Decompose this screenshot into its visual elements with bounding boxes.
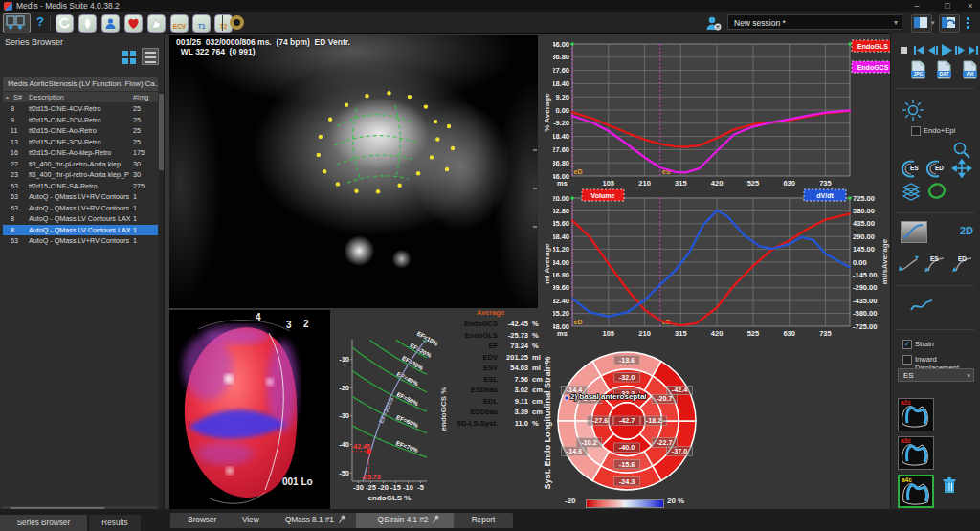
series-row[interactable]: 22fl3_400_thr-pl-retro-Aorta klep30 [3, 159, 158, 170]
series-row[interactable]: 13tf2d15-CINE-3CV-Retro25 [3, 137, 158, 148]
series-table-header[interactable]: ▴ S# Description #Img [3, 92, 158, 102]
tab-qstrain-4-1-2[interactable]: QStrain 4.1 #2 [356, 513, 462, 528]
pin-icon[interactable] [338, 515, 345, 523]
app-icon-1[interactable] [56, 14, 74, 33]
thumbnail-a2c[interactable]: a2c [898, 398, 934, 431]
step-back-icon[interactable] [926, 44, 939, 56]
export-avi-icon[interactable]: AVI [962, 60, 978, 79]
series-row[interactable]: 11tf2d15-CINE-Ao-Retro25 [3, 125, 158, 137]
list-view-icon[interactable] [142, 48, 159, 65]
study-tab[interactable]: Medis AorticStenosis (LV Function, Flow)… [3, 77, 158, 91]
svg-text:-20: -20 [378, 483, 389, 492]
app-badge-ecv[interactable]: ECV [170, 14, 189, 33]
measurement-label: EDDbas [448, 407, 498, 418]
svg-text:-10: -10 [403, 483, 413, 492]
ed-phase-icon[interactable]: ED [925, 160, 947, 178]
main-toolbar: ? ECVT1T2 New session * ▾ ▾ [0, 12, 980, 34]
mri-viewport[interactable]: 001/25 032/0000/806 ms. (74 bpm) ED Vent… [169, 35, 538, 308]
minimize-button[interactable]: – [909, 0, 924, 11]
skip-start-icon[interactable] [913, 44, 925, 56]
more-options-icon[interactable] [967, 17, 969, 29]
close-button[interactable]: × [963, 0, 978, 11]
strain-checkbox[interactable]: ✓ [902, 340, 912, 349]
series-cell: 1 [133, 226, 137, 234]
grid-view-icon[interactable] [122, 51, 136, 64]
export-jpg-icon[interactable]: JPG [910, 60, 926, 79]
model-3d-view[interactable]: 432 001 Lo [169, 310, 330, 509]
svg-text:-22.7: -22.7 [657, 438, 672, 447]
app-icon-2[interactable] [78, 14, 97, 33]
series-scrollbar[interactable] [159, 92, 164, 531]
panel-tab-results[interactable]: Results [89, 515, 141, 531]
spline-icon[interactable] [909, 297, 934, 314]
maximize-button[interactable]: □ [940, 0, 955, 11]
svg-text:-290.00: -290.00 [853, 283, 877, 292]
pin-icon[interactable] [432, 515, 439, 523]
series-row[interactable]: 23fl3_400_thr-pl-retro-Aorta klep_P30 [3, 169, 158, 181]
measurement-value: 9.11 [498, 396, 528, 408]
measurement-label: EF [448, 341, 498, 352]
tab-browser[interactable]: Browser [170, 513, 234, 528]
es-contour-edit-icon[interactable]: ES [923, 254, 947, 274]
layout-left-button[interactable] [911, 14, 932, 33]
app-badge-t1[interactable]: T1 [192, 14, 211, 33]
export-dat-icon[interactable]: DAT [936, 60, 952, 79]
series-row[interactable]: 63AutoQ - QMass LV+RV Contours1 [3, 191, 158, 203]
ed-contour-edit-icon[interactable]: ED [950, 254, 975, 274]
ring-app-icon[interactable] [230, 15, 244, 30]
sort-icon: ▴ [6, 93, 9, 100]
play-icon[interactable] [940, 43, 953, 57]
series-row[interactable]: 8AutoQ - QMass LV Contours LAX ...1 [3, 213, 158, 225]
svg-text:-30: -30 [353, 483, 364, 492]
curve-display-button[interactable] [901, 221, 927, 243]
image-info-line2: WL 322 764 (0 991) [176, 47, 256, 56]
series-row[interactable]: 16tf2d15-CINE-Ao-klep-Retro175 [3, 147, 158, 159]
phase-dropdown[interactable]: ES ▾ [898, 368, 974, 382]
two-d-button[interactable]: 2D [960, 225, 973, 236]
layout-reset-button[interactable] [939, 14, 960, 33]
contour-ellipse-icon[interactable] [926, 181, 947, 201]
step-forward-icon[interactable] [954, 44, 967, 56]
es-phase-icon[interactable]: ES [901, 160, 922, 178]
series-cell: AutoQ - QMass LV+RV Contours SAX [29, 236, 130, 245]
thumbnail-a3c[interactable]: a3c [898, 436, 934, 470]
pan-icon[interactable] [951, 159, 972, 178]
magnifier-icon[interactable] [952, 141, 971, 160]
series-row[interactable]: 8tf2d15-CINE-4CV-Retro25 [3, 103, 158, 115]
help-button[interactable]: ? [36, 14, 44, 29]
series-layout-button[interactable] [3, 13, 31, 33]
series-row[interactable]: 63tf2d15-CINE-SA-Retro275 [3, 181, 158, 192]
series-cell: 25 [133, 104, 141, 113]
chevron-down-icon[interactable]: ▾ [931, 19, 935, 27]
trash-icon[interactable] [942, 476, 957, 495]
svg-text:-20.7: -20.7 [657, 394, 672, 403]
volume-dvdt-chart: 105210315420525630735220.00202.80185.601… [553, 188, 890, 341]
series-row[interactable]: 63AutoQ - QMass LV+RV Contours SAX1 [3, 235, 158, 247]
tab-qmass-8-1-1[interactable]: QMass 8.1 #1 [267, 513, 363, 528]
panel-tab-series-browser[interactable]: Series Browser [0, 515, 87, 531]
brightness-icon[interactable] [902, 99, 924, 122]
thumbnail-a4c[interactable]: a4c [898, 475, 934, 508]
layers-icon[interactable] [901, 182, 922, 201]
series-cell: tf2d15-CINE-SA-Retro [29, 182, 130, 190]
series-cell: 275 [133, 182, 145, 190]
app-icon-5[interactable] [147, 14, 166, 33]
ed-edit-label: ED [958, 255, 967, 262]
app-icon-3[interactable] [101, 14, 120, 33]
edit-curve-icon[interactable] [898, 254, 921, 274]
user-session-icon[interactable] [705, 15, 722, 32]
svg-text:-435.00: -435.00 [853, 297, 877, 305]
bullseye-plot[interactable]: -13.6-14.4-14.6-24.3-37.0-42.4-32.0-14.9… [546, 340, 708, 502]
stop-icon[interactable] [901, 47, 907, 54]
measurement-row: EDV201.25ml [448, 352, 547, 364]
tab-report[interactable]: Report [454, 513, 512, 528]
endo-epi-checkbox[interactable] [911, 126, 921, 136]
inward-displacement-checkbox[interactable] [902, 355, 912, 365]
skip-end-icon[interactable] [967, 44, 979, 56]
session-select[interactable]: New session * ▾ [727, 14, 902, 30]
series-row[interactable]: 63AutoQ - QMass LV+RV Contours1 [3, 203, 158, 214]
app-icon-heart[interactable] [124, 14, 143, 33]
series-row[interactable]: 9tf2d15-CINE-2CV-Retro25 [3, 115, 158, 126]
series-cell: AutoQ - QMass LV+RV Contours [29, 192, 130, 201]
series-row[interactable]: 8AutoQ - QMass LV Contours LAX ...1 [3, 225, 158, 236]
